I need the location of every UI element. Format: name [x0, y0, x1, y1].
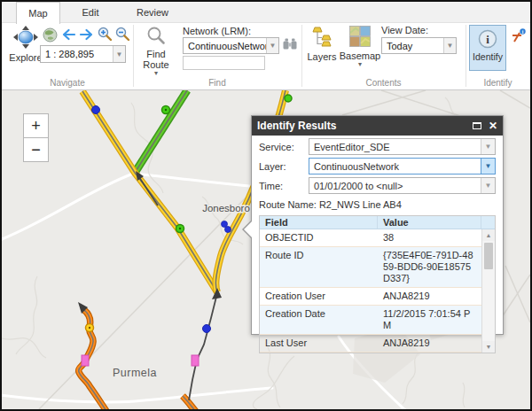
binoculars-icon: [283, 38, 297, 50]
zoom-out-tool-button[interactable]: [115, 27, 130, 45]
globe-icon: [43, 27, 58, 43]
network-lrm-combobox[interactable]: ContinuousNetwork ▼: [183, 37, 279, 54]
pink-square-marker: [82, 355, 89, 366]
identify-location-marker: [225, 227, 231, 233]
map-zoom-control: + −: [23, 113, 49, 162]
find-route-button[interactable]: Find Route ▾: [138, 26, 174, 76]
magnifier-icon: [146, 26, 166, 47]
map-label-purmela: Purmela: [113, 367, 157, 379]
layer-combobox[interactable]: ContinuousNetwork ▼: [309, 158, 496, 174]
view-date-combobox[interactable]: Today ▼: [381, 37, 457, 54]
service-dropdown-arrow-icon[interactable]: ▼: [481, 139, 495, 154]
find-route-input[interactable]: [183, 56, 265, 70]
service-combobox[interactable]: EventEditor_SDE ▼: [309, 138, 496, 155]
search-routes-button[interactable]: [283, 37, 297, 53]
yellow-ring-center: [89, 327, 90, 329]
green-point-center: [179, 228, 181, 229]
identify-info-icon: i: [477, 28, 498, 51]
identify-results-popup: Identify Results ✕ Service: EventEditor_…: [251, 115, 504, 335]
map-zoom-in-button[interactable]: +: [23, 113, 49, 138]
zoom-in-tool-button[interactable]: [98, 27, 113, 45]
basemap-icon: [349, 26, 371, 49]
forward-arrow-icon: [79, 27, 95, 42]
identify-route-tool-button[interactable]: i: [511, 28, 527, 47]
blue-point-marker: [203, 325, 211, 333]
previous-extent-button[interactable]: [60, 27, 76, 45]
identify-route-icon: i: [511, 28, 527, 43]
green-point-center: [165, 109, 167, 111]
time-combobox[interactable]: 01/01/2000 to <null> ▼: [309, 177, 496, 194]
table-row: OBJECTID 38: [260, 229, 481, 247]
svg-text:i: i: [486, 33, 489, 46]
scrollbar-thumb[interactable]: [484, 243, 493, 269]
layer-label: Layer:: [259, 161, 309, 172]
table-row: Creation Date 11/2/2015 7:01:54 PM: [260, 306, 481, 335]
basemap-dropdown-caret-icon: ▾: [358, 61, 362, 67]
network-lrm-label: Network (LRM):: [183, 26, 251, 36]
service-label: Service:: [259, 142, 309, 152]
table-scrollbar[interactable]: ▲ ▼: [481, 229, 495, 353]
back-arrow-icon: [60, 27, 76, 42]
attributes-table: Field Value OBJECTID 38 Route ID {735E4F…: [259, 215, 496, 353]
popup-title: Identify Results: [257, 120, 473, 132]
group-label-find: Find: [133, 78, 301, 88]
identify-button[interactable]: i Identify: [469, 25, 506, 71]
layers-button[interactable]: Layers: [305, 26, 339, 62]
tab-map[interactable]: Map: [16, 2, 60, 24]
event-editor-window: Map Edit Review Explore: [0, 0, 532, 411]
map-canvas[interactable]: Jonesboro Purmela + − Identify Results ✕…: [2, 90, 530, 409]
map-scale-combobox[interactable]: 1 : 288,895 ▼: [40, 45, 126, 63]
green-point-marker: [285, 95, 292, 102]
route-green[interactable]: [135, 90, 187, 173]
pink-square-marker: [192, 355, 199, 366]
magnifier-plus-icon: [98, 27, 113, 42]
group-label-contents: Contents: [301, 78, 466, 88]
explore-pan-icon: [13, 26, 38, 50]
full-extent-button[interactable]: [43, 27, 58, 46]
ribbon: Explore: [2, 23, 530, 90]
route-yellow-main[interactable]: [82, 91, 217, 292]
column-header-field: Field: [260, 216, 378, 229]
network-dropdown-arrow-icon[interactable]: ▼: [266, 38, 278, 53]
scroll-down-arrow-icon[interactable]: ▼: [482, 341, 495, 353]
table-row: Creation User ANJA8219: [260, 288, 481, 306]
table-header-row: Field Value: [260, 216, 495, 229]
group-label-identify: Identify: [466, 78, 530, 88]
table-row: Route ID {735E4F0E-791D-4859-BDD6-90E185…: [260, 247, 481, 288]
popup-title-bar[interactable]: Identify Results ✕: [252, 116, 503, 136]
table-row: Last User ANJA8219: [260, 335, 481, 353]
view-date-label: View Date:: [381, 25, 428, 35]
basemap-button[interactable]: Basemap ▾: [340, 26, 379, 67]
find-route-dropdown-caret-icon: ▾: [154, 70, 158, 76]
time-label: Time:: [259, 181, 309, 191]
group-label-navigate: Navigate: [2, 78, 133, 88]
close-icon[interactable]: ✕: [489, 120, 497, 131]
layer-dropdown-arrow-icon[interactable]: ▼: [481, 159, 495, 174]
route-name-line: Route Name: R2_NWS Line AB4: [259, 199, 496, 212]
tab-review[interactable]: Review: [121, 2, 184, 23]
map-label-jonesboro: Jonesboro: [202, 203, 250, 213]
maximize-icon[interactable]: [473, 122, 481, 129]
scroll-up-arrow-icon[interactable]: ▲: [482, 229, 495, 241]
magnifier-minus-icon: [115, 27, 130, 42]
time-dropdown-arrow-icon[interactable]: ▼: [481, 178, 495, 193]
blue-point-marker: [92, 106, 100, 114]
view-date-dropdown-arrow-icon[interactable]: ▼: [443, 38, 456, 53]
tab-edit[interactable]: Edit: [62, 2, 119, 23]
scale-dropdown-arrow-icon[interactable]: ▼: [113, 46, 125, 62]
ribbon-tab-bar: Map Edit Review: [2, 2, 530, 23]
map-zoom-out-button[interactable]: −: [23, 137, 49, 162]
next-extent-button[interactable]: [79, 27, 95, 45]
column-header-value: Value: [378, 216, 481, 229]
layers-icon: [311, 26, 333, 50]
